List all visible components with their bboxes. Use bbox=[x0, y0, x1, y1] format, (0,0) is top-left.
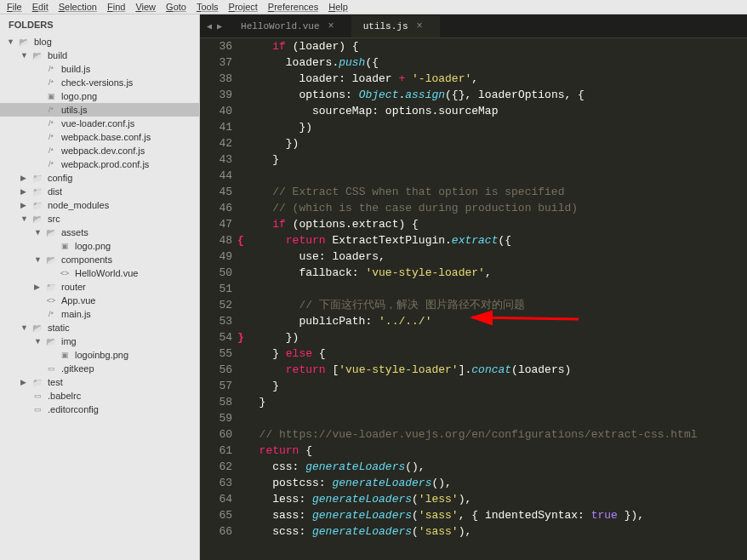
tree-item-logo-png[interactable]: ▣logo.png bbox=[0, 239, 199, 253]
menu-preferences[interactable]: Preferences bbox=[268, 2, 318, 12]
tab-prev-icon[interactable]: ◀ bbox=[205, 20, 214, 33]
line-number: 43 bbox=[207, 151, 232, 168]
tree-item-static[interactable]: ▼static bbox=[0, 321, 199, 334]
line-number: 40 bbox=[207, 103, 232, 119]
code-content[interactable]: if (loader) { loaders.push({ loader: loa… bbox=[242, 38, 747, 560]
code-line-54[interactable]: } }) bbox=[246, 329, 747, 346]
tab-utils-js[interactable]: utils.js× bbox=[351, 15, 440, 37]
tab-next-icon[interactable]: ▶ bbox=[215, 20, 224, 33]
code-line-63[interactable]: postcss: generateLoaders(), bbox=[246, 475, 747, 491]
line-number: 47 bbox=[207, 216, 232, 232]
code-line-58[interactable]: } bbox=[246, 394, 747, 410]
tree-item-config[interactable]: ▶config bbox=[0, 171, 199, 185]
tree-label: logoinbg.png bbox=[75, 350, 128, 360]
code-line-52[interactable]: // 下面这行代码，解决 图片路径不对的问题 bbox=[246, 297, 747, 313]
tree-item-vue-loader-conf-js[interactable]: /*vue-loader.conf.js bbox=[0, 117, 199, 130]
code-line-48[interactable]: { return ExtractTextPlugin.extract({ bbox=[246, 232, 747, 249]
tree-item-build-js[interactable]: /*build.js bbox=[0, 62, 199, 76]
tree-item-webpack-prod-conf-js[interactable]: /*webpack.prod.conf.js bbox=[0, 157, 199, 171]
menu-tools[interactable]: Tools bbox=[197, 2, 219, 12]
bracket-indicator: } bbox=[237, 329, 244, 346]
code-line-59[interactable] bbox=[246, 410, 747, 426]
menu-selection[interactable]: Selection bbox=[59, 2, 97, 12]
menu-edit[interactable]: Edit bbox=[32, 2, 48, 12]
line-number: 60 bbox=[207, 426, 232, 443]
tree-item-assets[interactable]: ▼assets bbox=[0, 226, 199, 239]
tree-item-logoinbg-png[interactable]: ▣logoinbg.png bbox=[0, 348, 199, 362]
close-icon[interactable]: × bbox=[328, 20, 334, 32]
close-icon[interactable]: × bbox=[417, 20, 423, 32]
menu-goto[interactable]: Goto bbox=[166, 2, 186, 12]
code-area[interactable]: 3637383940414243444546474849505152535455… bbox=[200, 38, 747, 560]
code-line-41[interactable]: }) bbox=[246, 119, 747, 135]
tabbar: ◀ ▶ HelloWorld.vue×utils.js× bbox=[200, 14, 747, 38]
code-line-51[interactable] bbox=[246, 281, 747, 297]
tree-label: HelloWorld.vue bbox=[75, 268, 138, 278]
tree-item-check-versions-js[interactable]: /*check-versions.js bbox=[0, 76, 199, 89]
tree-item-components[interactable]: ▼components bbox=[0, 253, 199, 266]
tree-item-blog[interactable]: ▼blog bbox=[0, 35, 199, 49]
tree-item-node_modules[interactable]: ▶node_modules bbox=[0, 198, 199, 212]
code-line-49[interactable]: use: loaders, bbox=[246, 249, 747, 265]
code-line-61[interactable]: return { bbox=[246, 443, 747, 459]
code-line-39[interactable]: options: Object.assign({}, loaderOptions… bbox=[246, 87, 747, 103]
code-line-57[interactable]: } bbox=[246, 378, 747, 394]
tree-item-build[interactable]: ▼build bbox=[0, 49, 199, 62]
tree-item-main-js[interactable]: /*main.js bbox=[0, 307, 199, 321]
tree-item-img[interactable]: ▼img bbox=[0, 334, 199, 348]
code-line-40[interactable]: sourceMap: options.sourceMap bbox=[246, 103, 747, 119]
code-line-36[interactable]: if (loader) { bbox=[246, 38, 747, 54]
line-number: 59 bbox=[207, 410, 232, 426]
tree-item-utils-js[interactable]: /*utils.js bbox=[0, 103, 199, 117]
code-line-50[interactable]: fallback: 'vue-style-loader', bbox=[246, 265, 747, 281]
tree-label: check-versions.js bbox=[61, 77, 133, 88]
tree-label: router bbox=[61, 282, 86, 292]
tree-item--editorconfig[interactable]: ▭.editorconfig bbox=[0, 403, 199, 416]
code-line-64[interactable]: less: generateLoaders('less'), bbox=[246, 491, 747, 507]
tree-label: build bbox=[48, 50, 67, 60]
code-line-66[interactable]: scss: generateLoaders('sass'), bbox=[246, 523, 747, 540]
tree-item--gitkeep[interactable]: ▭.gitkeep bbox=[0, 362, 199, 375]
tree-item--babelrc[interactable]: ▭.babelrc bbox=[0, 389, 199, 403]
line-number: 54 bbox=[207, 329, 232, 346]
tabs-container: HelloWorld.vue×utils.js× bbox=[229, 15, 440, 37]
menu-view[interactable]: View bbox=[135, 2, 156, 12]
tree-item-test[interactable]: ▶test bbox=[0, 375, 199, 389]
main-area: FOLDERS ▼blog▼build/*build.js/*check-ver… bbox=[0, 14, 747, 560]
code-line-38[interactable]: loader: loader + '-loader', bbox=[246, 71, 747, 87]
line-number: 56 bbox=[207, 362, 232, 378]
tree-item-App-vue[interactable]: <>App.vue bbox=[0, 294, 199, 307]
code-line-43[interactable]: } bbox=[246, 151, 747, 168]
menu-find[interactable]: Find bbox=[107, 2, 125, 12]
code-line-42[interactable]: }) bbox=[246, 135, 747, 151]
code-line-65[interactable]: sass: generateLoaders('sass', { indented… bbox=[246, 507, 747, 523]
code-line-44[interactable] bbox=[246, 168, 747, 184]
menu-project[interactable]: Project bbox=[229, 2, 258, 12]
tree-item-webpack-base-conf-js[interactable]: /*webpack.base.conf.js bbox=[0, 130, 199, 144]
tree-item-dist[interactable]: ▶dist bbox=[0, 185, 199, 198]
tree-item-webpack-dev-conf-js[interactable]: /*webpack.dev.conf.js bbox=[0, 144, 199, 157]
tree-item-src[interactable]: ▼src bbox=[0, 212, 199, 226]
menu-help[interactable]: Help bbox=[328, 2, 348, 12]
line-number: 37 bbox=[207, 54, 232, 71]
code-line-46[interactable]: // (which is the case during production … bbox=[246, 200, 747, 216]
code-line-55[interactable]: } else { bbox=[246, 346, 747, 362]
line-number: 45 bbox=[207, 184, 232, 200]
tab-HelloWorld-vue[interactable]: HelloWorld.vue× bbox=[229, 15, 351, 37]
tree-item-router[interactable]: ▶router bbox=[0, 280, 199, 294]
code-line-37[interactable]: loaders.push({ bbox=[246, 54, 747, 71]
code-line-53[interactable]: publicPath: '../../' bbox=[246, 313, 747, 329]
tree-label: logo.png bbox=[61, 91, 97, 101]
menu-file[interactable]: File bbox=[7, 2, 22, 12]
line-number: 57 bbox=[207, 378, 232, 394]
code-line-62[interactable]: css: generateLoaders(), bbox=[246, 459, 747, 475]
code-line-47[interactable]: if (options.extract) { bbox=[246, 216, 747, 232]
tree-item-logo-png[interactable]: ▣logo.png bbox=[0, 89, 199, 103]
tab-label: HelloWorld.vue bbox=[241, 21, 319, 31]
line-number: 63 bbox=[207, 475, 232, 491]
line-number: 65 bbox=[207, 507, 232, 523]
code-line-60[interactable]: // https://vue-loader.vuejs.org/en/confi… bbox=[246, 426, 747, 443]
code-line-56[interactable]: return ['vue-style-loader'].concat(loade… bbox=[246, 362, 747, 378]
tree-item-HelloWorld-vue[interactable]: <>HelloWorld.vue bbox=[0, 266, 199, 280]
code-line-45[interactable]: // Extract CSS when that option is speci… bbox=[246, 184, 747, 200]
